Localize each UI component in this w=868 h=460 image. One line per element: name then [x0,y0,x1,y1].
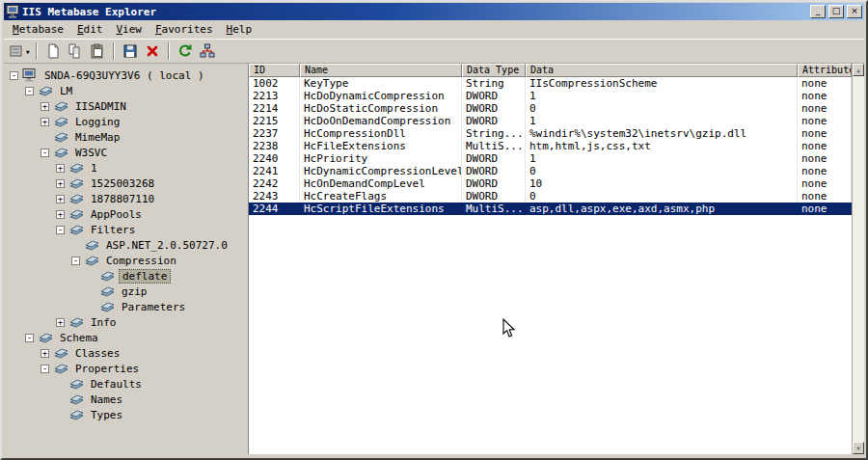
node-icon [68,207,85,221]
collapse-icon[interactable]: - [71,257,80,265]
tree-item-1[interactable]: +1 [8,160,248,176]
paste-button[interactable] [87,41,108,62]
list-row-2237[interactable]: 2237HcCompressionDllString...%windir%\sy… [249,127,852,140]
list-row-2243[interactable]: 2243HcCreateFlagsDWORD0none [249,190,852,203]
scroll-up-button[interactable]: ▲ [853,64,864,76]
expand-icon[interactable]: + [41,102,49,111]
menu-help[interactable]: Help [220,21,259,38]
collapse-icon[interactable]: - [41,149,49,157]
new-key-button[interactable] [42,41,64,62]
cell-name: HcDoDynamicCompression [300,90,462,102]
node-icon [53,130,69,144]
network-button[interactable] [197,41,218,62]
tree-item-lm[interactable]: -LM [8,83,248,98]
scroll-down-button[interactable]: ▼ [853,442,864,454]
main-content: -SNDA-69Q3UYY3V6 ( local )-LM+IISADMIN+L… [4,64,864,454]
close-button[interactable]: × [847,5,862,18]
node-icon [53,99,69,113]
list-row-2241[interactable]: 2241HcDynamicCompressionLevelDWORD0none [249,165,852,177]
expand-icon[interactable]: + [56,318,65,327]
cell-name: HcCompressionDll [300,127,462,140]
tree-item-logging[interactable]: +Logging [8,114,248,129]
collapse-icon[interactable]: - [10,71,18,80]
refresh-button[interactable] [175,41,196,62]
list-row-2214[interactable]: 2214HcDoStaticCompressionDWORD0none [249,102,852,115]
cell-attributes: none [798,140,852,152]
paste-icon [90,43,105,59]
new-page-icon [45,43,61,59]
title-bar[interactable]: IIS Metabase Explorer _ □ × [4,3,864,20]
expand-icon[interactable]: + [56,179,65,188]
cell-data-type: DWORD [462,152,526,165]
dropdown-arrow-icon[interactable]: ▼ [26,48,30,55]
tree-item-parameters[interactable]: Parameters [8,299,248,314]
cell-data: htm,html,js,css,txt [526,140,798,152]
menu-metabase[interactable]: Metabase [6,21,70,38]
list-row-2244[interactable]: 2244HcScriptFileExtensionsMultiS...asp,d… [249,203,852,215]
tree-item-snda-69q3uyy3v6-local[interactable]: -SNDA-69Q3UYY3V6 ( local ) [8,68,248,83]
list-panel: IDNameData TypeDataAttributes 1002KeyTyp… [248,64,864,454]
expand-icon[interactable]: + [41,349,49,358]
tree-item-w3svc[interactable]: -W3SVC [8,145,248,160]
tree-item-names[interactable]: Names [8,392,248,407]
column-header-data-type[interactable]: Data Type [462,64,526,77]
tree-item-gzip[interactable]: gzip [8,284,248,299]
cell-name: HcScriptFileExtensions [300,203,462,215]
column-header-name[interactable]: Name [300,64,462,77]
tree-item-iisadmin[interactable]: +IISADMIN [8,98,248,114]
tree-item-label: Info [88,316,120,329]
copy-button[interactable] [65,41,86,62]
tree-item-compression[interactable]: -Compression [8,253,248,268]
list-row-1002[interactable]: 1002KeyTypeStringIIsCompressionSchemenon… [249,77,852,90]
maximize-button[interactable]: □ [828,5,844,18]
column-header-attributes[interactable]: Attributes [798,64,852,77]
menu-favorites[interactable]: Favorites [149,21,220,38]
collapse-icon[interactable]: - [56,226,65,234]
floppy-icon [122,43,138,59]
tree-item-apppools[interactable]: +AppPools [8,206,248,222]
node-icon [68,392,85,406]
vertical-scrollbar[interactable]: ▲ ▼ [852,64,864,454]
delete-button[interactable] [142,41,163,62]
tree-item-label: Names [88,393,125,406]
tree-item-info[interactable]: +Info [8,314,248,330]
toolbar-separator [36,42,38,60]
tree-item-mimemap[interactable]: MimeMap [8,129,248,145]
collapse-icon[interactable]: - [41,365,49,373]
computer-icon [22,68,39,82]
cell-attributes: none [798,190,852,203]
tree-item-types[interactable]: Types [8,407,248,422]
menu-edit[interactable]: Edit [70,21,110,38]
menu-view[interactable]: View [109,21,149,38]
tree-item-classes[interactable]: +Classes [8,345,248,361]
tree-item-label: Logging [72,116,122,128]
tree-item-1525003268[interactable]: +1525003268 [8,176,248,191]
tree-item-filters[interactable]: -Filters [8,222,248,237]
expand-icon[interactable]: + [41,118,49,126]
tree-item-defaults[interactable]: Defaults [8,376,248,392]
list-row-2215[interactable]: 2215HcDoOnDemandCompressionDWORD1none [249,115,852,127]
node-icon [38,84,54,97]
connect-server-button[interactable]: ▼ [8,41,31,62]
column-header-data[interactable]: Data [526,64,798,77]
list-row-2240[interactable]: 2240HcPriorityDWORD1none [249,152,852,165]
list-row-2242[interactable]: 2242HcOnDemandCompLevelDWORD10none [249,177,852,190]
collapse-icon[interactable]: - [25,87,34,95]
expand-icon[interactable]: + [56,164,65,173]
app-icon [6,5,19,18]
tree-item-properties[interactable]: -Properties [8,361,248,376]
minimize-button[interactable]: _ [810,5,826,18]
tree-item-asp-net-2-0-50727-0[interactable]: ASP.NET_2.0.50727.0 [8,237,248,253]
tree-item-1878807110[interactable]: +1878807110 [8,191,248,206]
collapse-icon[interactable]: - [25,334,34,342]
node-icon [68,408,85,421]
column-header-id[interactable]: ID [249,64,300,77]
expand-icon[interactable]: + [56,210,65,219]
tree-item-schema[interactable]: -Schema [8,330,248,345]
tree-item-deflate[interactable]: deflate [8,268,248,284]
save-button[interactable] [120,41,141,62]
expand-icon[interactable]: + [56,195,65,203]
list-row-2213[interactable]: 2213HcDoDynamicCompressionDWORD1none [249,90,852,102]
menu-bar: MetabaseEditViewFavoritesHelp [4,20,864,39]
list-row-2238[interactable]: 2238HcFileExtensionsMultiS...htm,html,js… [249,140,852,152]
